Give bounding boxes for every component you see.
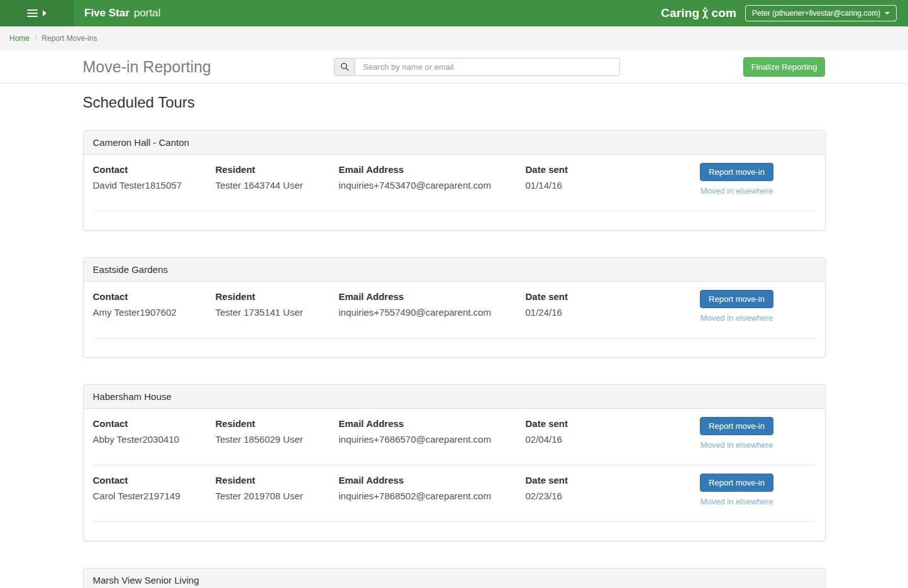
date-sent-label: Date sent: [526, 291, 700, 302]
caring-logo: Caring com: [661, 6, 736, 20]
community-panel: Eastside Gardens Contact Amy Tester19076…: [83, 257, 826, 358]
panel-title: Eastside Gardens: [84, 258, 825, 282]
email-cell: Email Address inquiries+7453470@carepare…: [339, 164, 526, 191]
resident-label: Resident: [216, 164, 339, 175]
search-input[interactable]: [355, 58, 620, 76]
date-sent-value: 01/14/16: [526, 180, 700, 191]
resident-value: Tester 1735141 User: [216, 307, 339, 318]
email-label: Email Address: [339, 475, 526, 485]
search-group: [334, 58, 620, 76]
resident-label: Resident: [216, 291, 339, 302]
top-navbar: Five Star portal Caring com Peter (pthue…: [0, 0, 908, 26]
search-button[interactable]: [334, 58, 355, 76]
resident-cell: Resident Tester 1735141 User: [216, 291, 339, 318]
brand-primary: Five Star: [84, 7, 130, 19]
date-sent-value: 02/23/16: [526, 491, 700, 501]
panel-title: Marsh View Senior Living: [84, 569, 825, 588]
sidebar-toggle-button[interactable]: [0, 0, 74, 26]
date-sent-cell: Date sent 02/23/16: [526, 475, 700, 501]
email-label: Email Address: [339, 291, 526, 302]
user-menu-button[interactable]: Peter (pthuener+fivestar@caring.com): [745, 5, 897, 21]
report-move-in-button[interactable]: Report move-in: [700, 290, 773, 308]
report-move-in-button[interactable]: Report move-in: [700, 474, 773, 492]
resident-cell: Resident Tester 1643744 User: [216, 164, 339, 191]
menu-list-icon: [27, 9, 38, 17]
resident-value: Tester 1856029 User: [216, 434, 339, 445]
email-value: inquiries+7686570@careparent.com: [339, 434, 526, 445]
resident-cell: Resident Tester 2019708 User: [216, 475, 339, 501]
email-label: Email Address: [339, 418, 526, 429]
resident-value: Tester 2019708 User: [216, 491, 339, 501]
date-sent-label: Date sent: [526, 418, 700, 429]
panel-title: Cameron Hall - Canton: [84, 131, 825, 155]
contact-cell: Contact David Tester1815057: [93, 164, 216, 191]
report-move-in-button[interactable]: Report move-in: [700, 163, 773, 181]
tour-row: Contact Carol Tester2197149 Resident Tes…: [84, 465, 825, 522]
resident-label: Resident: [216, 475, 339, 485]
panel-body: Contact Amy Tester1907602 Resident Teste…: [84, 282, 825, 357]
moved-in-elsewhere-link[interactable]: Moved in elsewhere: [700, 186, 773, 196]
contact-label: Contact: [93, 164, 216, 175]
email-value: inquiries+7557490@careparent.com: [339, 307, 526, 318]
email-value: inquiries+7868502@careparent.com: [339, 491, 526, 501]
contact-cell: Contact Carol Tester2197149: [93, 475, 216, 501]
arrow-right-icon: [43, 10, 47, 16]
tour-actions: Report move-in Moved in elsewhere: [700, 163, 774, 196]
date-sent-label: Date sent: [526, 475, 700, 485]
tour-row: Contact David Tester1815057 Resident Tes…: [84, 155, 825, 211]
brand: Five Star portal: [84, 7, 160, 19]
breadcrumb: Home / Report Move-ins: [0, 26, 908, 50]
panel-body: Contact Abby Tester2030410 Resident Test…: [84, 409, 825, 541]
date-sent-value: 02/04/16: [526, 434, 700, 445]
tour-row: Contact Amy Tester1907602 Resident Teste…: [84, 282, 825, 338]
contact-cell: Contact Amy Tester1907602: [93, 291, 216, 318]
panel-title: Habersham House: [84, 385, 825, 409]
contact-value: Amy Tester1907602: [93, 307, 216, 318]
contact-label: Contact: [93, 475, 216, 485]
contact-label: Contact: [93, 418, 216, 429]
report-move-in-button[interactable]: Report move-in: [700, 417, 773, 435]
finalize-reporting-button[interactable]: Finalize Reporting: [743, 57, 826, 77]
contact-value: David Tester1815057: [93, 180, 216, 191]
resident-value: Tester 1643744 User: [216, 180, 339, 191]
community-panels: Cameron Hall - Canton Contact David Test…: [83, 130, 826, 588]
email-cell: Email Address inquiries+7686570@carepare…: [339, 418, 526, 445]
page-title: Move-in Reporting: [83, 58, 211, 76]
navbar-right: Caring com Peter (pthuener+fivestar@cari…: [661, 5, 897, 21]
breadcrumb-home-link[interactable]: Home: [9, 34, 30, 43]
breadcrumb-separator: /: [35, 34, 36, 43]
moved-in-elsewhere-link[interactable]: Moved in elsewhere: [700, 497, 773, 506]
brand-secondary: portal: [134, 7, 161, 19]
email-cell: Email Address inquiries+7557490@carepare…: [339, 291, 526, 318]
email-value: inquiries+7453470@careparent.com: [339, 180, 526, 191]
community-panel: Cameron Hall - Canton Contact David Test…: [83, 130, 826, 231]
contact-value: Abby Tester2030410: [93, 434, 216, 445]
email-label: Email Address: [339, 164, 526, 175]
tour-actions: Report move-in Moved in elsewhere: [700, 417, 774, 450]
tour-actions: Report move-in Moved in elsewhere: [700, 290, 774, 323]
main-content: Scheduled Tours Cameron Hall - Canton Co…: [83, 94, 826, 588]
resident-cell: Resident Tester 1856029 User: [216, 418, 339, 445]
moved-in-elsewhere-link[interactable]: Moved in elsewhere: [700, 313, 773, 323]
date-sent-cell: Date sent 02/04/16: [526, 418, 700, 445]
resident-label: Resident: [216, 418, 339, 429]
contact-value: Carol Tester2197149: [93, 491, 216, 501]
row-divider: [93, 521, 816, 522]
caring-logo-text-right: com: [711, 6, 736, 20]
panel-body: Contact David Tester1815057 Resident Tes…: [84, 155, 825, 230]
date-sent-cell: Date sent 01/14/16: [526, 164, 700, 191]
contact-cell: Contact Abby Tester2030410: [93, 418, 216, 445]
date-sent-cell: Date sent 01/24/16: [526, 291, 700, 318]
caret-down-icon: [885, 12, 890, 14]
caring-heart-icon: [700, 7, 711, 19]
page-header: Move-in Reporting Finalize Reporting: [0, 50, 908, 84]
email-cell: Email Address inquiries+7868502@carepare…: [339, 475, 526, 501]
user-menu-label: Peter (pthuener+fivestar@caring.com): [752, 9, 880, 18]
tour-actions: Report move-in Moved in elsewhere: [700, 474, 774, 506]
date-sent-value: 01/24/16: [526, 307, 700, 318]
row-divider: [93, 211, 816, 211]
contact-label: Contact: [93, 291, 216, 302]
date-sent-label: Date sent: [526, 164, 700, 175]
moved-in-elsewhere-link[interactable]: Moved in elsewhere: [700, 440, 773, 450]
row-divider: [93, 338, 816, 338]
